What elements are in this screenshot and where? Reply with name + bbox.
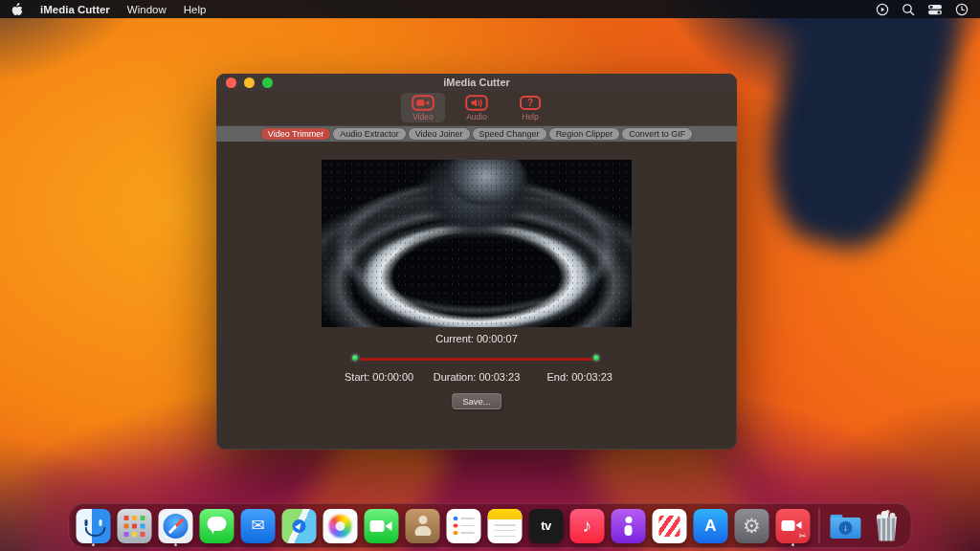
toolbar-label-help: Help — [522, 112, 538, 121]
maps-icon — [282, 509, 317, 543]
apple-menu-icon[interactable] — [11, 3, 23, 16]
end-time-label: End: 00:03:23 — [546, 371, 612, 383]
facetime-icon — [365, 509, 399, 543]
toolbar-label-audio: Audio — [466, 112, 487, 121]
duration-label: Duration: 00:03:23 — [216, 371, 737, 383]
speaker-icon — [465, 95, 488, 111]
reminders-icon — [447, 509, 481, 543]
dock-item-app-store[interactable]: A — [694, 507, 728, 545]
finder-icon — [77, 509, 111, 543]
mail-icon: ✉ — [241, 509, 276, 543]
menu-app-name[interactable]: iMedia Cutter — [40, 4, 110, 15]
screen-recording-icon[interactable] — [876, 3, 889, 16]
dock-item-music[interactable]: ♪ — [570, 507, 605, 545]
dock-item-reminders[interactable] — [447, 507, 481, 545]
tab-region-clipper[interactable]: Region Clipper — [549, 128, 620, 140]
imedia-cutter-icon: ✂ — [776, 509, 811, 543]
music-icon: ♪ — [570, 509, 605, 543]
toolbar-item-video[interactable]: Video — [401, 93, 445, 122]
video-grain-overlay-dark — [322, 160, 632, 327]
dock-item-apple-tv[interactable]: tv — [529, 507, 564, 545]
menu-help[interactable]: Help — [184, 4, 207, 15]
menu-bar: iMedia Cutter Window Help — [0, 0, 980, 18]
feature-tab-bar: Video Trimmer Audio Extractor Video Join… — [216, 125, 737, 142]
tab-audio-extractor[interactable]: Audio Extractor — [333, 128, 406, 140]
dock-item-notes[interactable] — [488, 507, 523, 545]
dock-item-safari[interactable] — [159, 507, 193, 545]
window-title-bar[interactable]: iMedia Cutter — [216, 74, 737, 91]
messages-icon — [200, 509, 234, 543]
dock-item-photos[interactable] — [323, 507, 358, 545]
imedia-cutter-window: iMedia Cutter Video Audio ? Help Video T… — [216, 74, 737, 450]
clock-icon[interactable] — [955, 3, 969, 16]
dock-item-contacts[interactable] — [406, 507, 440, 545]
dock-divider — [819, 509, 820, 543]
tab-convert-to-gif[interactable]: Convert to GIF — [622, 128, 692, 140]
contacts-icon — [406, 509, 440, 543]
time-labels-row: Start: 00:00:00 Duration: 00:03:23 End: … — [216, 371, 737, 385]
save-button[interactable]: Save... — [452, 393, 501, 409]
trim-slider-track[interactable] — [360, 358, 597, 361]
dock-item-mail[interactable]: ✉ — [241, 507, 276, 545]
apple-tv-icon: tv — [529, 509, 564, 543]
safari-icon — [159, 509, 193, 543]
search-icon[interactable] — [902, 3, 915, 16]
trim-end-handle[interactable] — [591, 353, 601, 363]
photos-icon — [323, 509, 358, 543]
launchpad-icon — [118, 509, 152, 543]
downloads-folder-icon: ↓ — [829, 509, 863, 543]
running-indicator — [174, 543, 177, 546]
current-time-label: Current: 00:00:07 — [216, 333, 737, 344]
tab-speed-changer[interactable]: Speed Changer — [473, 128, 546, 140]
dock-item-maps[interactable] — [282, 507, 317, 545]
tab-video-joiner[interactable]: Video Joiner — [409, 128, 470, 140]
dock-item-facetime[interactable] — [365, 507, 399, 545]
video-camera-icon — [412, 95, 434, 111]
menu-window[interactable]: Window — [127, 4, 167, 15]
dock: ✉ tv ♪ A ⚙ ✂ ↓ — [69, 503, 912, 548]
podcasts-icon — [612, 509, 646, 543]
dock-item-downloads[interactable]: ↓ — [829, 507, 863, 545]
toolbar-label-video: Video — [412, 112, 434, 121]
running-indicator — [92, 543, 95, 546]
dock-item-messages[interactable] — [200, 507, 234, 545]
control-center-icon[interactable] — [927, 4, 943, 15]
tab-video-trimmer[interactable]: Video Trimmer — [261, 128, 330, 140]
window-toolbar: Video Audio ? Help — [216, 91, 737, 125]
dock-item-imedia-cutter[interactable]: ✂ — [776, 507, 811, 545]
question-mark-icon: ? — [519, 95, 542, 111]
dock-item-system-settings[interactable]: ⚙ — [735, 507, 769, 545]
app-store-icon: A — [694, 509, 728, 543]
window-title: iMedia Cutter — [216, 77, 737, 88]
news-icon — [653, 509, 687, 543]
toolbar-item-audio[interactable]: Audio — [455, 93, 499, 122]
dock-item-news[interactable] — [653, 507, 687, 545]
notes-icon — [488, 509, 523, 543]
trim-start-handle[interactable] — [350, 353, 360, 363]
dock-item-trash[interactable] — [870, 507, 904, 545]
dock-item-finder[interactable] — [77, 507, 111, 545]
toolbar-item-help[interactable]: ? Help — [508, 93, 552, 122]
dock-item-podcasts[interactable] — [612, 507, 646, 545]
trash-icon — [870, 509, 904, 543]
system-settings-icon: ⚙ — [735, 509, 769, 543]
video-preview[interactable] — [322, 160, 632, 327]
dock-item-launchpad[interactable] — [118, 507, 152, 545]
running-indicator — [791, 543, 794, 546]
